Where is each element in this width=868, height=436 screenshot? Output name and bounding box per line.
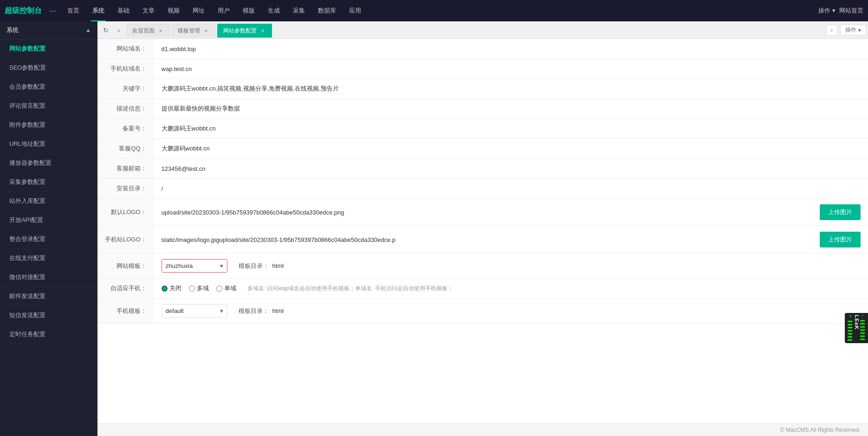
radio-close[interactable]: 关闭 <box>162 284 181 293</box>
domain-value: d1.wobbt.top <box>162 46 196 52</box>
nav-generate[interactable]: 生成 <box>261 0 286 21</box>
field-label-mobile-logo: 手机站LOGO： <box>97 226 154 254</box>
nav-video[interactable]: 视频 <box>161 0 186 21</box>
table-row: 手机站域名： wap.test.cn <box>97 59 868 79</box>
leak-widget: L ▐▐▐▐▐▐▐ LEaK R ▐▐▐▐▐▐▐ <box>845 313 868 343</box>
site-home-link[interactable]: 网站首页 <box>839 7 863 15</box>
mobile-template-dir-item: 模板目录： html <box>239 307 284 315</box>
nav-system[interactable]: 系统 <box>86 0 111 21</box>
refresh-button[interactable]: ↻ <box>99 24 112 37</box>
table-row: 安装目录： / <box>97 179 868 199</box>
sidebar-item-payment-config[interactable]: 在线支付配置 <box>0 249 97 268</box>
sidebar-item-wechat-config[interactable]: 微信对接配置 <box>0 268 97 287</box>
radio-multi[interactable]: 多域 <box>189 284 209 293</box>
nav-template[interactable]: 模版 <box>236 0 261 21</box>
template-dir-label: 模板目录： <box>239 262 269 270</box>
nav-database[interactable]: 数据库 <box>311 0 343 21</box>
tab-bar: ↻ ‹ 欢迎页面 × 模板管理 × 网站参数配置 × › 操作 ▾ <box>97 21 868 39</box>
template-dir-value: html <box>272 262 284 269</box>
field-label-qq: 客服QQ： <box>97 139 154 159</box>
nav-home[interactable]: 首页 <box>61 0 86 21</box>
sidebar-item-task-config[interactable]: 定时任务配置 <box>0 325 97 344</box>
leak-line3: R ▐▐▐▐▐▐▐ <box>848 315 853 341</box>
adaptive-radio-group: 关闭 多域 单域 多域名: 访问wap域名会自动使 <box>162 284 861 293</box>
tab-welcome[interactable]: 欢迎页面 × <box>126 24 170 38</box>
table-row: 手机模板： default ▾ 模板目录： <box>97 299 868 324</box>
sidebar-item-external-config[interactable]: 站外入库配置 <box>0 192 97 211</box>
table-row: 关键字： 大鹏源码王wobbt.cn,搞笑视频,视频分享,免费视频,在线视频,预… <box>97 79 868 99</box>
mobile-domain-value: wap.test.cn <box>162 65 192 72</box>
radio-close-label: 关闭 <box>169 284 181 293</box>
tab-site-config-close[interactable]: × <box>259 27 266 34</box>
sidebar-item-login-config[interactable]: 整合登录配置 <box>0 230 97 249</box>
sidebar-item-sms-config[interactable]: 短信发送配置 <box>0 306 97 325</box>
template-row: zhuzhuxia ▾ 模板目录： html <box>162 259 861 273</box>
tab-site-config-label: 网站参数配置 <box>223 27 257 35</box>
qq-value: 大鹏源码wobbt.cn <box>162 145 210 152</box>
field-value-mobile-domain: wap.test.cn <box>154 59 868 79</box>
tab-ops-button[interactable]: 操作 ▾ <box>840 25 866 35</box>
template-dir-item: 模板目录： html <box>239 262 284 270</box>
sidebar-item-member-config[interactable]: 会员参数配置 <box>0 78 97 97</box>
email-value: 123456@test.cn <box>162 165 206 172</box>
dots-menu[interactable]: ··· <box>49 6 56 16</box>
template-select[interactable]: zhuzhuxia <box>162 260 227 272</box>
sidebar-item-collect-config[interactable]: 采集参数配置 <box>0 173 97 192</box>
top-right-nav: 操作 ▾ 网站首页 <box>818 7 863 15</box>
field-value-extra: default ▾ 模板目录： html <box>154 299 868 324</box>
sidebar-item-url-config[interactable]: URL地址配置 <box>0 135 97 154</box>
field-value-template: zhuzhuxia ▾ 模板目录： html <box>154 254 868 279</box>
radio-close-input[interactable] <box>162 286 168 292</box>
field-value-keywords: 大鹏源码王wobbt.cn,搞笑视频,视频分享,免费视频,在线视频,预告片 <box>154 79 868 99</box>
sidebar: 系统 ▲ 网站参数配置 SEO参数配置 会员参数配置 评论留言配置 附件参数配置… <box>0 21 97 436</box>
tab-template-manage[interactable]: 模板管理 × <box>172 24 215 38</box>
field-label-keywords: 关键字： <box>97 79 154 99</box>
nav-basic[interactable]: 基础 <box>111 0 136 21</box>
field-label-extra: 手机模板： <box>97 299 154 324</box>
mobile-logo-path: static/images/logo.jpgupload/site/202303… <box>162 236 811 243</box>
nav-collect[interactable]: 采集 <box>286 0 311 21</box>
mobile-template-dir-label: 模板目录： <box>239 307 269 315</box>
nav-user[interactable]: 用户 <box>211 0 236 21</box>
nav-url[interactable]: 网址 <box>186 0 211 21</box>
back-button[interactable]: ‹ <box>112 24 125 37</box>
sidebar-item-site-config[interactable]: 网站参数配置 <box>0 39 97 59</box>
tab-nav-next[interactable]: › <box>826 25 837 36</box>
sidebar-item-comment-config[interactable]: 评论留言配置 <box>0 97 97 116</box>
radio-multi-input[interactable] <box>189 286 195 292</box>
field-value-install-dir: / <box>154 179 868 199</box>
tab-template-manage-close[interactable]: × <box>203 27 209 34</box>
sidebar-item-email-config[interactable]: 邮件发送配置 <box>0 287 97 306</box>
table-row: 网站模板： zhuzhuxia ▾ 模板目录： <box>97 254 868 279</box>
footer-text: © MacCMS All Rights Reserved. <box>780 427 861 433</box>
radio-single[interactable]: 单域 <box>216 284 236 293</box>
radio-single-input[interactable] <box>216 286 222 292</box>
sidebar-item-seo-config[interactable]: SEO参数配置 <box>0 59 97 78</box>
main-layout: 系统 ▲ 网站参数配置 SEO参数配置 会员参数配置 评论留言配置 附件参数配置… <box>0 21 868 436</box>
sidebar-header: 系统 ▲ <box>0 21 97 39</box>
table-row: 自适应手机： 关闭 多域 <box>97 279 868 299</box>
ops-dropdown[interactable]: 操作 ▾ <box>818 7 836 15</box>
description-value: 提供最新最快的视频分享数据 <box>162 105 240 112</box>
field-label-description: 描述信息： <box>97 99 154 119</box>
sidebar-item-api-config[interactable]: 开放API配置 <box>0 211 97 230</box>
field-value-icp: 大鹏源码王wobbt.cn <box>154 119 868 139</box>
field-value-email: 123456@test.cn <box>154 159 868 179</box>
adaptive-hint: 多域名: 访问wap域名会自动使用手机模板；单域名: 手机访问会自动使用手机模板… <box>247 285 453 293</box>
mobile-template-select[interactable]: default <box>162 305 227 317</box>
nav-article[interactable]: 文章 <box>136 0 161 21</box>
radio-multi-label: 多域 <box>197 284 209 293</box>
upload-mobile-logo-button[interactable]: 上传图片 <box>820 232 861 247</box>
sidebar-item-player-config[interactable]: 播放器参数配置 <box>0 154 97 173</box>
table-row: 网站域名： d1.wobbt.top <box>97 39 868 59</box>
upload-logo-button[interactable]: 上传图片 <box>820 204 861 220</box>
tab-welcome-close[interactable]: × <box>157 27 164 34</box>
field-label-mobile-domain: 手机站域名： <box>97 59 154 79</box>
keywords-value: 大鹏源码王wobbt.cn,搞笑视频,视频分享,免费视频,在线视频,预告片 <box>162 85 339 92</box>
sidebar-collapse-btn[interactable]: ▲ <box>85 27 91 33</box>
tab-welcome-label: 欢迎页面 <box>132 27 155 35</box>
tab-site-config[interactable]: 网站参数配置 × <box>217 24 272 38</box>
nav-app[interactable]: 应用 <box>343 0 368 21</box>
field-value-domain: d1.wobbt.top <box>154 39 868 59</box>
sidebar-item-attachment-config[interactable]: 附件参数配置 <box>0 116 97 135</box>
